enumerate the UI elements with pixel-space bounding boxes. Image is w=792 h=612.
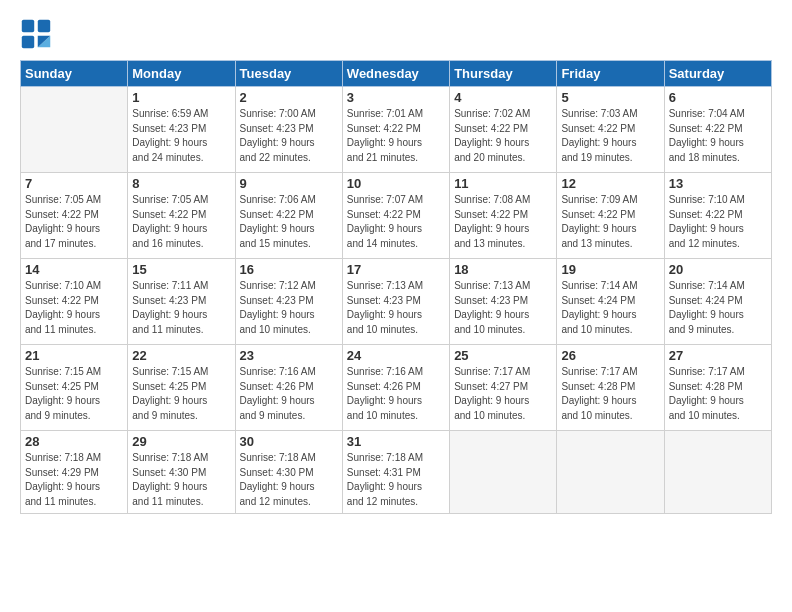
calendar-week-row: 28Sunrise: 7:18 AM Sunset: 4:29 PM Dayli… <box>21 431 772 514</box>
day-number: 8 <box>132 176 230 191</box>
day-number: 1 <box>132 90 230 105</box>
calendar-cell: 27Sunrise: 7:17 AM Sunset: 4:28 PM Dayli… <box>664 345 771 431</box>
calendar-cell <box>450 431 557 514</box>
calendar-cell: 12Sunrise: 7:09 AM Sunset: 4:22 PM Dayli… <box>557 173 664 259</box>
day-number: 5 <box>561 90 659 105</box>
day-info: Sunrise: 7:17 AM Sunset: 4:28 PM Dayligh… <box>561 365 659 423</box>
day-info: Sunrise: 7:11 AM Sunset: 4:23 PM Dayligh… <box>132 279 230 337</box>
calendar-cell: 30Sunrise: 7:18 AM Sunset: 4:30 PM Dayli… <box>235 431 342 514</box>
calendar-cell: 29Sunrise: 7:18 AM Sunset: 4:30 PM Dayli… <box>128 431 235 514</box>
day-number: 26 <box>561 348 659 363</box>
calendar-cell <box>21 87 128 173</box>
day-number: 19 <box>561 262 659 277</box>
day-number: 7 <box>25 176 123 191</box>
calendar-cell: 28Sunrise: 7:18 AM Sunset: 4:29 PM Dayli… <box>21 431 128 514</box>
day-number: 3 <box>347 90 445 105</box>
day-number: 21 <box>25 348 123 363</box>
calendar-cell: 18Sunrise: 7:13 AM Sunset: 4:23 PM Dayli… <box>450 259 557 345</box>
calendar-cell: 7Sunrise: 7:05 AM Sunset: 4:22 PM Daylig… <box>21 173 128 259</box>
day-number: 2 <box>240 90 338 105</box>
calendar-header-thursday: Thursday <box>450 61 557 87</box>
day-info: Sunrise: 7:02 AM Sunset: 4:22 PM Dayligh… <box>454 107 552 165</box>
calendar-cell: 26Sunrise: 7:17 AM Sunset: 4:28 PM Dayli… <box>557 345 664 431</box>
day-info: Sunrise: 7:17 AM Sunset: 4:27 PM Dayligh… <box>454 365 552 423</box>
header <box>20 18 772 50</box>
logo <box>20 18 56 50</box>
calendar-cell: 14Sunrise: 7:10 AM Sunset: 4:22 PM Dayli… <box>21 259 128 345</box>
calendar-cell: 17Sunrise: 7:13 AM Sunset: 4:23 PM Dayli… <box>342 259 449 345</box>
day-info: Sunrise: 7:08 AM Sunset: 4:22 PM Dayligh… <box>454 193 552 251</box>
day-info: Sunrise: 7:05 AM Sunset: 4:22 PM Dayligh… <box>132 193 230 251</box>
calendar-cell: 23Sunrise: 7:16 AM Sunset: 4:26 PM Dayli… <box>235 345 342 431</box>
calendar-cell: 6Sunrise: 7:04 AM Sunset: 4:22 PM Daylig… <box>664 87 771 173</box>
day-info: Sunrise: 7:10 AM Sunset: 4:22 PM Dayligh… <box>25 279 123 337</box>
day-info: Sunrise: 7:10 AM Sunset: 4:22 PM Dayligh… <box>669 193 767 251</box>
day-info: Sunrise: 7:14 AM Sunset: 4:24 PM Dayligh… <box>669 279 767 337</box>
day-number: 27 <box>669 348 767 363</box>
calendar-header-tuesday: Tuesday <box>235 61 342 87</box>
day-number: 28 <box>25 434 123 449</box>
calendar-cell: 11Sunrise: 7:08 AM Sunset: 4:22 PM Dayli… <box>450 173 557 259</box>
calendar-table: SundayMondayTuesdayWednesdayThursdayFrid… <box>20 60 772 514</box>
day-number: 31 <box>347 434 445 449</box>
day-info: Sunrise: 7:18 AM Sunset: 4:30 PM Dayligh… <box>240 451 338 509</box>
day-number: 25 <box>454 348 552 363</box>
svg-rect-1 <box>38 20 50 32</box>
day-number: 4 <box>454 90 552 105</box>
calendar-cell: 10Sunrise: 7:07 AM Sunset: 4:22 PM Dayli… <box>342 173 449 259</box>
calendar-header-monday: Monday <box>128 61 235 87</box>
calendar-cell: 1Sunrise: 6:59 AM Sunset: 4:23 PM Daylig… <box>128 87 235 173</box>
calendar-cell: 13Sunrise: 7:10 AM Sunset: 4:22 PM Dayli… <box>664 173 771 259</box>
page: SundayMondayTuesdayWednesdayThursdayFrid… <box>0 0 792 612</box>
calendar-cell: 25Sunrise: 7:17 AM Sunset: 4:27 PM Dayli… <box>450 345 557 431</box>
calendar-header-saturday: Saturday <box>664 61 771 87</box>
day-info: Sunrise: 7:13 AM Sunset: 4:23 PM Dayligh… <box>454 279 552 337</box>
day-number: 15 <box>132 262 230 277</box>
day-info: Sunrise: 7:18 AM Sunset: 4:29 PM Dayligh… <box>25 451 123 509</box>
day-info: Sunrise: 7:18 AM Sunset: 4:30 PM Dayligh… <box>132 451 230 509</box>
calendar-week-row: 14Sunrise: 7:10 AM Sunset: 4:22 PM Dayli… <box>21 259 772 345</box>
calendar-cell: 19Sunrise: 7:14 AM Sunset: 4:24 PM Dayli… <box>557 259 664 345</box>
day-number: 23 <box>240 348 338 363</box>
day-number: 30 <box>240 434 338 449</box>
day-number: 12 <box>561 176 659 191</box>
day-info: Sunrise: 7:03 AM Sunset: 4:22 PM Dayligh… <box>561 107 659 165</box>
calendar-cell: 8Sunrise: 7:05 AM Sunset: 4:22 PM Daylig… <box>128 173 235 259</box>
day-number: 24 <box>347 348 445 363</box>
calendar-cell: 20Sunrise: 7:14 AM Sunset: 4:24 PM Dayli… <box>664 259 771 345</box>
day-info: Sunrise: 7:16 AM Sunset: 4:26 PM Dayligh… <box>240 365 338 423</box>
calendar-cell: 2Sunrise: 7:00 AM Sunset: 4:23 PM Daylig… <box>235 87 342 173</box>
calendar-cell <box>664 431 771 514</box>
day-number: 22 <box>132 348 230 363</box>
day-number: 17 <box>347 262 445 277</box>
day-info: Sunrise: 7:09 AM Sunset: 4:22 PM Dayligh… <box>561 193 659 251</box>
calendar-week-row: 1Sunrise: 6:59 AM Sunset: 4:23 PM Daylig… <box>21 87 772 173</box>
calendar-cell <box>557 431 664 514</box>
calendar-header-wednesday: Wednesday <box>342 61 449 87</box>
day-info: Sunrise: 7:12 AM Sunset: 4:23 PM Dayligh… <box>240 279 338 337</box>
calendar-cell: 16Sunrise: 7:12 AM Sunset: 4:23 PM Dayli… <box>235 259 342 345</box>
calendar-cell: 21Sunrise: 7:15 AM Sunset: 4:25 PM Dayli… <box>21 345 128 431</box>
day-info: Sunrise: 7:14 AM Sunset: 4:24 PM Dayligh… <box>561 279 659 337</box>
calendar-cell: 22Sunrise: 7:15 AM Sunset: 4:25 PM Dayli… <box>128 345 235 431</box>
svg-rect-2 <box>22 36 34 48</box>
day-number: 11 <box>454 176 552 191</box>
day-info: Sunrise: 7:13 AM Sunset: 4:23 PM Dayligh… <box>347 279 445 337</box>
day-info: Sunrise: 7:18 AM Sunset: 4:31 PM Dayligh… <box>347 451 445 509</box>
day-info: Sunrise: 7:05 AM Sunset: 4:22 PM Dayligh… <box>25 193 123 251</box>
day-info: Sunrise: 6:59 AM Sunset: 4:23 PM Dayligh… <box>132 107 230 165</box>
calendar-cell: 5Sunrise: 7:03 AM Sunset: 4:22 PM Daylig… <box>557 87 664 173</box>
day-number: 6 <box>669 90 767 105</box>
calendar-header-sunday: Sunday <box>21 61 128 87</box>
day-number: 29 <box>132 434 230 449</box>
day-number: 18 <box>454 262 552 277</box>
day-number: 13 <box>669 176 767 191</box>
calendar-cell: 4Sunrise: 7:02 AM Sunset: 4:22 PM Daylig… <box>450 87 557 173</box>
day-info: Sunrise: 7:15 AM Sunset: 4:25 PM Dayligh… <box>132 365 230 423</box>
day-number: 9 <box>240 176 338 191</box>
day-info: Sunrise: 7:04 AM Sunset: 4:22 PM Dayligh… <box>669 107 767 165</box>
svg-rect-0 <box>22 20 34 32</box>
day-info: Sunrise: 7:16 AM Sunset: 4:26 PM Dayligh… <box>347 365 445 423</box>
calendar-cell: 31Sunrise: 7:18 AM Sunset: 4:31 PM Dayli… <box>342 431 449 514</box>
day-info: Sunrise: 7:17 AM Sunset: 4:28 PM Dayligh… <box>669 365 767 423</box>
